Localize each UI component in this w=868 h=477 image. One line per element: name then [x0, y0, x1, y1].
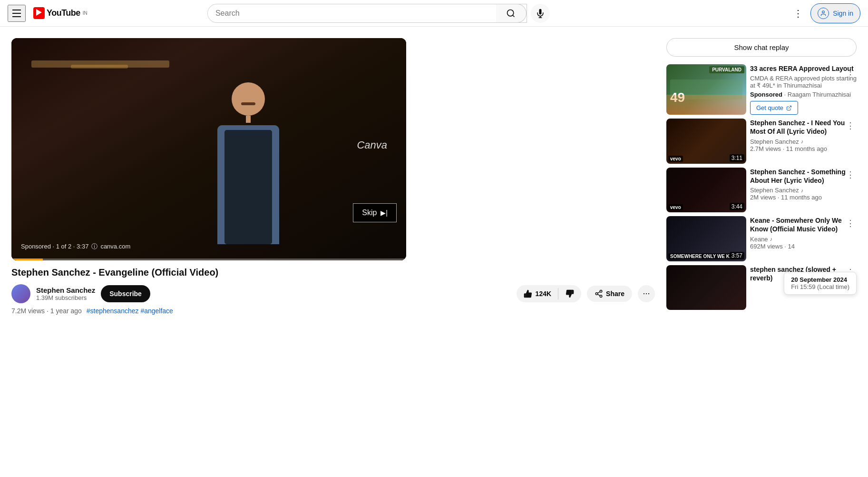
video-duration: 3:11 [730, 154, 744, 162]
yt-icon [33, 7, 45, 19]
rec-thumbnail: SOMEWHERE ONLY WE K... 3:57 [666, 216, 746, 261]
person-body [217, 125, 279, 244]
search-button[interactable] [496, 4, 527, 23]
rec-more-button[interactable]: ⋮ [844, 168, 857, 182]
hashtags[interactable]: #stephensanchez #angelface [87, 307, 173, 315]
main-content: Canva Skip ▶| Sponsored · 1 of 2 · 3:37 … [0, 27, 868, 315]
search-input[interactable] [208, 9, 496, 18]
ad-more-button[interactable]: ⋮ [844, 64, 857, 79]
tooltip-time: Fri 15:59 (Local time) [791, 283, 849, 290]
recommended-video[interactable]: vevo 3:11 Stephen Sanchez - I Need You M… [666, 119, 857, 164]
ad-progress-bar [11, 258, 406, 260]
rec-info: Stephen Sanchez - Something About Her (L… [750, 168, 857, 213]
get-quote-label: Get quote [756, 104, 783, 111]
ad-thumbnail: PURVALAND 49 [666, 64, 746, 115]
dislike-button[interactable] [558, 285, 581, 302]
skip-icon: ▶| [380, 209, 388, 217]
rec-thumbnail: vevo 3:44 [666, 168, 746, 213]
share-label: Share [606, 290, 624, 298]
rec-video-wrapper: vevo 3:11 Stephen Sanchez - I Need You M… [666, 119, 857, 164]
tooltip-date: 20 September 2024 [791, 276, 849, 283]
more-options-button[interactable]: ⋮ [790, 4, 807, 23]
like-count: 124K [536, 290, 551, 298]
music-note-icon: ♪ [801, 188, 804, 193]
rec-title: Stephen Sanchez - Something About Her (L… [750, 168, 857, 185]
hamburger-menu[interactable] [8, 5, 26, 22]
video-actions: Stephen Sanchez 1.39M subscribers Subscr… [11, 284, 655, 303]
get-quote-button[interactable]: Get quote [750, 101, 798, 115]
person-neck [246, 116, 251, 123]
external-link-icon [786, 105, 792, 111]
video-section: Canva Skip ▶| Sponsored · 1 of 2 · 3:37 … [11, 38, 655, 315]
skip-label: Skip [362, 209, 377, 217]
rec-title: Stephen Sanchez - I Need You Most Of All… [750, 119, 857, 136]
svg-point-4 [822, 10, 825, 13]
person-head [232, 82, 265, 116]
ad-description: CMDA & RERA approved plots starting at ₹… [750, 75, 857, 89]
sign-in-icon [818, 8, 829, 19]
ad-card: PURVALAND 49 33 acres RERA Approved Layo… [666, 64, 857, 115]
share-button[interactable]: Share [587, 286, 632, 302]
svg-point-5 [600, 290, 602, 292]
rec-more-button[interactable]: ⋮ [844, 119, 857, 133]
person-apron [224, 130, 272, 244]
channel-avatar[interactable] [11, 284, 30, 303]
vevo-badge: vevo [668, 156, 683, 162]
rec-thumbnail [666, 265, 746, 310]
skip-button[interactable]: Skip ▶| [353, 203, 397, 222]
sponsor-name: Raagam Thirumazhisai [788, 91, 851, 98]
ad-progress-fill [11, 258, 43, 260]
channel-details: Stephen Sanchez 1.39M subscribers [36, 286, 95, 301]
logo-country: IN [83, 10, 88, 16]
svg-point-0 [507, 10, 514, 16]
sign-in-label: Sign in [833, 10, 853, 17]
recommended-video[interactable]: vevo 3:44 Stephen Sanchez - Something Ab… [666, 168, 857, 213]
header-left: YouTubeIN [8, 5, 88, 22]
more-actions-button[interactable]: ··· [638, 285, 655, 302]
video-title: Stephen Sanchez - Evangeline (Official V… [11, 266, 655, 278]
video-duration: 3:57 [730, 252, 744, 259]
video-frame: Canva Skip ▶| Sponsored · 1 of 2 · 3:37 … [11, 38, 406, 260]
rec-views: 2M views · 11 months ago [750, 194, 857, 201]
header-center [207, 4, 550, 23]
header-right: ⋮ Sign in [790, 3, 860, 23]
show-chat-replay-button[interactable]: Show chat replay [666, 38, 857, 57]
ad-sponsor: Sponsored · Raagam Thirumazhisai [750, 91, 857, 98]
ad-title: 33 acres RERA Approved Layout [750, 64, 857, 73]
video-meta: 7.2M views · 1 year ago #stephensanchez … [11, 307, 655, 315]
ad-sponsored-text: Sponsored · 1 of 2 · 3:37 [21, 243, 88, 250]
rec-more-button[interactable]: ⋮ [844, 216, 857, 230]
video-player[interactable]: Canva Skip ▶| Sponsored · 1 of 2 · 3:37 … [11, 38, 406, 260]
view-count: 7.2M views [11, 307, 45, 315]
video-tooltip: 20 September 2024 Fri 15:59 (Local time) [784, 272, 857, 295]
sidebar: Show chat replay PURVALAND 49 33 acres R… [666, 38, 857, 315]
subscribe-button[interactable]: Subscribe [101, 285, 150, 302]
recommended-video[interactable]: SOMEWHERE ONLY WE K... 3:57 Keane - Some… [666, 216, 857, 261]
ad-link: canva.com [100, 243, 130, 250]
vevo-badge: vevo [668, 204, 683, 210]
sponsor-label: Sponsored [750, 91, 782, 98]
thumbs-up-icon [523, 289, 533, 298]
rec-title: Keane - Somewhere Only We Know (Official… [750, 216, 857, 233]
mic-button[interactable] [531, 4, 550, 23]
mic-icon [536, 9, 545, 18]
like-button[interactable]: 124K [517, 285, 558, 302]
rec-thumbnail: vevo 3:11 [666, 119, 746, 164]
thumbs-down-icon [565, 289, 575, 298]
svg-line-8 [598, 294, 600, 296]
rec-info: Keane - Somewhere Only We Know (Official… [750, 216, 857, 261]
sign-in-button[interactable]: Sign in [810, 3, 860, 23]
rec-video-wrapper: vevo 3:44 Stephen Sanchez - Something Ab… [666, 168, 857, 213]
rec-channel: Keane ♪ [750, 236, 857, 243]
ad-info-bar: Sponsored · 1 of 2 · 3:37 ⓘ canva.com [21, 242, 130, 251]
rec-channel: Stephen Sanchez ♪ [750, 187, 857, 194]
video-scene: Canva [11, 38, 406, 260]
search-bar [207, 4, 527, 23]
person-figure [201, 82, 296, 260]
share-icon [595, 289, 603, 298]
youtube-logo[interactable]: YouTubeIN [33, 7, 88, 19]
svg-line-1 [513, 15, 515, 17]
vevo-badge: SOMEWHERE ONLY WE K... [668, 253, 735, 259]
svg-point-6 [595, 293, 598, 295]
rec-video-wrapper: SOMEWHERE ONLY WE K... 3:57 Keane - Some… [666, 216, 857, 261]
